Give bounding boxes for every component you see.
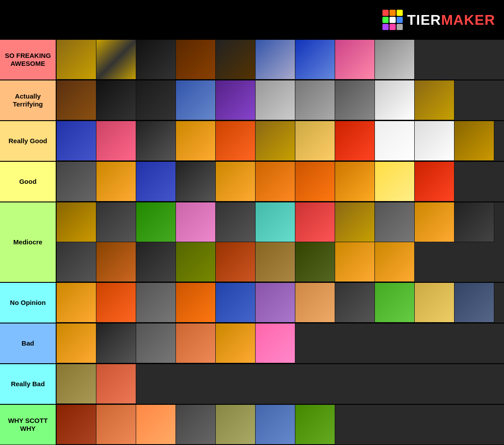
tier-cell-image: [57, 323, 96, 363]
tier-cell[interactable]: [96, 323, 136, 363]
tier-cell-image: [176, 405, 216, 445]
tier-cell[interactable]: [415, 202, 454, 242]
tier-cell[interactable]: [375, 80, 415, 120]
logo-cell: [397, 24, 403, 30]
tier-cell[interactable]: [256, 121, 295, 161]
tier-cell[interactable]: [375, 202, 415, 242]
tier-cell[interactable]: [176, 242, 216, 282]
tier-cell[interactable]: [335, 40, 375, 80]
tier-cell-image: [375, 80, 415, 120]
tier-cell[interactable]: [295, 80, 335, 120]
tier-cell[interactable]: [415, 283, 454, 323]
tier-cell[interactable]: [216, 40, 256, 80]
tier-cell[interactable]: [96, 121, 136, 161]
tier-cell[interactable]: [295, 405, 335, 445]
tier-cell[interactable]: [335, 202, 375, 242]
tier-cell[interactable]: [96, 405, 136, 445]
tier-cell[interactable]: [256, 202, 295, 242]
tier-cell[interactable]: [454, 283, 494, 323]
tier-cell[interactable]: [136, 283, 176, 323]
tier-cell[interactable]: [216, 121, 256, 161]
tier-cell[interactable]: [256, 405, 295, 445]
tier-cell[interactable]: [216, 80, 256, 120]
tier-cell[interactable]: [295, 242, 335, 282]
tier-cell-image: [295, 283, 335, 323]
tier-cell[interactable]: [136, 242, 176, 282]
tier-cell[interactable]: [216, 405, 256, 445]
tier-cell[interactable]: [136, 162, 176, 202]
tier-cell[interactable]: [335, 162, 375, 202]
tier-cell[interactable]: [454, 121, 494, 161]
tier-cell[interactable]: [136, 405, 176, 445]
tier-cell[interactable]: [57, 323, 96, 363]
tier-cell[interactable]: [216, 162, 256, 202]
tier-cell[interactable]: [96, 40, 136, 80]
tier-cell[interactable]: [57, 40, 96, 80]
tier-cell[interactable]: [295, 40, 335, 80]
tier-cell[interactable]: [216, 283, 256, 323]
tier-cell[interactable]: [295, 121, 335, 161]
tier-cell[interactable]: [136, 40, 176, 80]
tier-cell[interactable]: [216, 242, 256, 282]
tier-cell[interactable]: [176, 323, 216, 363]
tier-cell[interactable]: [57, 202, 96, 242]
tier-cell[interactable]: [136, 121, 176, 161]
tier-cell[interactable]: [57, 364, 96, 404]
tier-cell[interactable]: [415, 121, 454, 161]
tier-cell[interactable]: [176, 405, 216, 445]
tier-cell[interactable]: [375, 283, 415, 323]
tier-cell[interactable]: [375, 40, 415, 80]
tier-cell[interactable]: [96, 162, 136, 202]
tier-cell[interactable]: [256, 40, 295, 80]
tier-cell[interactable]: [375, 121, 415, 161]
tier-cell[interactable]: [57, 242, 96, 282]
tier-cell[interactable]: [256, 162, 295, 202]
tier-cell[interactable]: [57, 283, 96, 323]
tier-cell[interactable]: [176, 121, 216, 161]
tier-label-why-scott: WHY SCOTT WHY: [0, 405, 57, 445]
tier-cell[interactable]: [415, 162, 454, 202]
tier-cell[interactable]: [256, 242, 295, 282]
tier-cell[interactable]: [96, 80, 136, 120]
tier-cell[interactable]: [335, 121, 375, 161]
tier-cell[interactable]: [176, 80, 216, 120]
tier-cell[interactable]: [335, 80, 375, 120]
tier-cell[interactable]: [295, 283, 335, 323]
tier-cell[interactable]: [295, 162, 335, 202]
tier-cell[interactable]: [176, 283, 216, 323]
tier-cell[interactable]: [136, 202, 176, 242]
tier-cell[interactable]: [454, 202, 494, 242]
tier-cell[interactable]: [136, 323, 176, 363]
tier-cell[interactable]: [57, 121, 96, 161]
tier-cell-image: [176, 162, 216, 202]
tier-cell-image: [136, 80, 176, 120]
tier-cell[interactable]: [176, 40, 216, 80]
tier-cell[interactable]: [256, 323, 295, 363]
tier-cell[interactable]: [335, 242, 375, 282]
tier-cell[interactable]: [57, 80, 96, 120]
tier-cell[interactable]: [415, 80, 454, 120]
tier-cell[interactable]: [375, 242, 415, 282]
tier-cell[interactable]: [96, 202, 136, 242]
tier-cell[interactable]: [295, 202, 335, 242]
tier-cell[interactable]: [96, 364, 136, 404]
tier-cell-image: [335, 242, 375, 282]
tier-cell[interactable]: [335, 283, 375, 323]
tier-cell[interactable]: [216, 202, 256, 242]
tier-cell[interactable]: [96, 242, 136, 282]
tier-cell[interactable]: [96, 283, 136, 323]
tier-cell[interactable]: [256, 283, 295, 323]
tier-cell[interactable]: [256, 80, 295, 120]
tier-cell[interactable]: [57, 162, 96, 202]
tier-cell[interactable]: [176, 162, 216, 202]
tier-cell[interactable]: [216, 323, 256, 363]
tier-cell[interactable]: [136, 80, 176, 120]
tier-cell-image: [216, 121, 256, 161]
tier-content-so-freaking-awesome: [57, 40, 504, 80]
tier-cell[interactable]: [375, 162, 415, 202]
tier-cell[interactable]: [57, 405, 96, 445]
tier-cell-image: [57, 364, 96, 404]
tier-cell-image: [96, 283, 136, 323]
tier-cell-image: [176, 202, 216, 242]
tier-cell[interactable]: [176, 202, 216, 242]
